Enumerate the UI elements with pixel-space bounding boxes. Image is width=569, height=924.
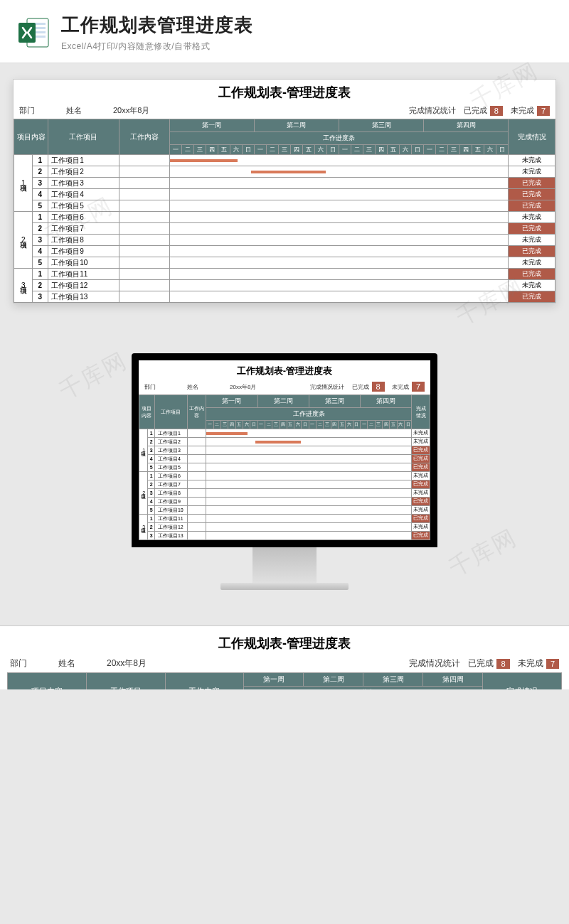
dept-label: 部门 (19, 105, 35, 116)
gantt-cell (169, 189, 509, 200)
done-count: 8 (372, 382, 385, 392)
day-21: 一 (361, 421, 368, 429)
col-content: 工作内容 (165, 673, 244, 690)
col-week-1: 第一周 (169, 119, 254, 132)
task-content (187, 446, 206, 455)
undone-count: 7 (537, 106, 550, 116)
done-count: 8 (490, 106, 503, 116)
status-cell: 未完成 (412, 523, 430, 532)
gantt-cell (206, 523, 412, 532)
status-cell: 未完成 (412, 506, 430, 515)
status-cell: 未完成 (509, 280, 555, 291)
gantt-cell (169, 280, 509, 291)
task-name: 工作项目13 (154, 532, 187, 540)
day-8: 二 (266, 145, 278, 155)
table-row: 4工作项目9已完成 (14, 246, 555, 257)
day-14: 一 (309, 421, 316, 429)
day-9: 三 (278, 145, 290, 155)
group-label: 项目1 (139, 429, 148, 472)
task-name: 工作项目12 (154, 523, 187, 532)
day-2: 三 (193, 145, 206, 155)
group-label: 项目2 (14, 212, 33, 269)
done-count: 8 (496, 659, 509, 669)
table-row: 4工作项目9已完成 (139, 498, 430, 506)
status-cell: 已完成 (412, 446, 430, 455)
group-label: 项目1 (14, 155, 33, 212)
gantt-cell (169, 235, 509, 246)
task-content (119, 155, 169, 166)
day-1: 二 (213, 421, 220, 429)
status-cell: 未完成 (509, 166, 555, 178)
status-cell: 已完成 (412, 480, 430, 489)
status-cell: 未完成 (509, 235, 555, 246)
day-27: 日 (405, 421, 412, 429)
name-label: 姓名 (58, 657, 75, 670)
row-idx: 2 (148, 523, 155, 532)
day-16: 三 (363, 145, 376, 155)
col-week-3: 第三周 (309, 395, 360, 408)
task-content (119, 235, 169, 246)
task-name: 工作项目1 (48, 155, 119, 166)
task-name: 工作项目13 (48, 291, 119, 303)
task-content (187, 515, 206, 523)
row-idx: 1 (32, 212, 48, 223)
undone-count: 7 (546, 659, 559, 669)
gantt-cell (206, 438, 412, 446)
row-idx: 4 (148, 455, 155, 463)
task-name: 工作项目12 (48, 280, 119, 291)
task-name: 工作项目5 (154, 463, 187, 472)
task-content (119, 212, 169, 223)
day-11: 五 (302, 145, 314, 155)
gantt-cell (169, 166, 509, 178)
status-cell: 已完成 (509, 291, 555, 303)
day-7: 一 (257, 421, 265, 429)
task-content (119, 246, 169, 257)
gantt-cell (206, 532, 412, 540)
col-week-2: 第二周 (254, 119, 339, 132)
name-label: 姓名 (187, 383, 198, 391)
table-row: 项目21工作项目6未完成 (14, 212, 555, 223)
row-idx: 5 (148, 463, 155, 472)
col-proj: 项目内容 (139, 395, 155, 429)
table-row: 3工作项目3已完成 (139, 446, 430, 455)
table-row: 5工作项目5已完成 (139, 463, 430, 472)
day-10: 四 (290, 145, 302, 155)
day-17: 四 (331, 421, 338, 429)
table-row: 项目31工作项目11已完成 (139, 515, 430, 523)
row-idx: 4 (32, 246, 48, 257)
done-label: 已完成 (468, 657, 494, 670)
group-label: 项目3 (14, 269, 33, 303)
day-0: 一 (206, 421, 213, 429)
done-label: 已完成 (352, 383, 369, 391)
day-5: 六 (230, 145, 242, 155)
task-name: 工作项目2 (48, 166, 119, 178)
undone-label: 未完成 (392, 383, 409, 391)
col-week-1: 第一周 (244, 673, 304, 687)
day-26: 六 (484, 145, 496, 155)
task-content (119, 189, 169, 200)
row-idx: 1 (148, 515, 155, 523)
day-19: 六 (400, 145, 412, 155)
gantt-cell (206, 489, 412, 498)
col-proj: 项目内容 (14, 119, 48, 155)
info-row: 部门 姓名 20xx年8月 完成情况统计 已完成 8 未完成 7 (14, 104, 555, 119)
task-name: 工作项目10 (154, 506, 187, 515)
task-name: 工作项目8 (48, 235, 119, 246)
gantt-cell (206, 463, 412, 472)
col-content: 工作内容 (187, 395, 206, 429)
date-label: 20xx年8月 (113, 105, 149, 116)
col-proj: 项目内容 (8, 673, 87, 690)
col-item: 工作项目 (86, 673, 165, 690)
table-row: 5工作项目10未完成 (139, 506, 430, 515)
template-header: 工作规划表管理进度表 Excel/A4打印/内容随意修改/自带格式 (0, 0, 569, 63)
gantt-cell (206, 455, 412, 463)
table-row: 3工作项目8未完成 (139, 489, 430, 498)
task-content (187, 506, 206, 515)
schedule-table: 项目内容 工作项目 工作内容第一周第二周第三周第四周完成情况工作进度条一二三四五… (7, 672, 562, 689)
day-27: 日 (496, 145, 509, 155)
day-21: 一 (424, 145, 436, 155)
task-name: 工作项目6 (48, 212, 119, 223)
dept-label: 部门 (144, 383, 156, 391)
task-content (187, 480, 206, 489)
col-week-3: 第三周 (363, 673, 423, 687)
